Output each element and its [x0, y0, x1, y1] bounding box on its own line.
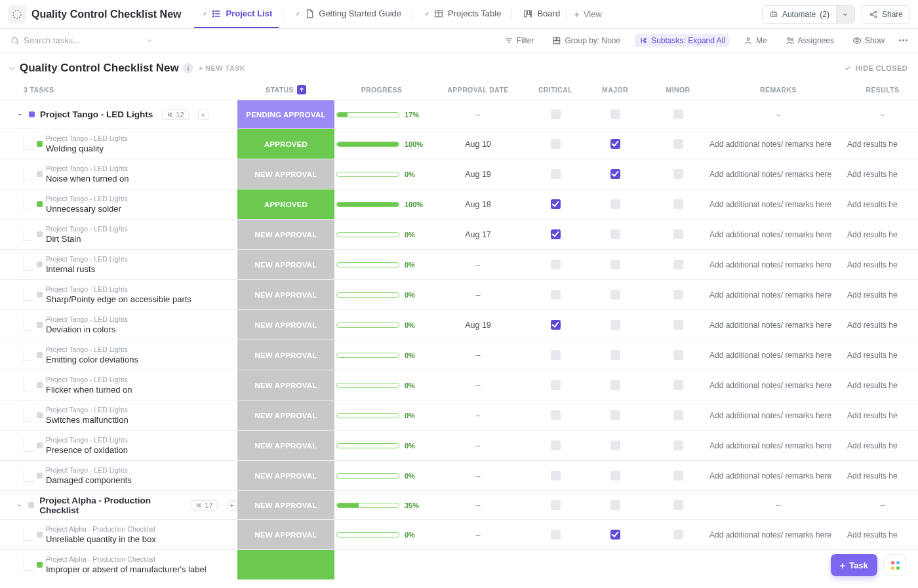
status-cell[interactable]: NEW APPROVAL	[237, 280, 334, 309]
checkbox[interactable]	[673, 350, 683, 360]
date-cell[interactable]: –	[429, 351, 527, 360]
checkbox[interactable]	[673, 109, 683, 119]
result-cell[interactable]: Add results he	[847, 381, 918, 390]
group-row[interactable]: Project Tango - LED Lights 12 + PENDING …	[0, 100, 918, 128]
th-status[interactable]: STATUS	[266, 86, 294, 94]
subtask-row[interactable]: Project Tango - LED Lights Flicker when …	[0, 370, 918, 400]
subtask-row[interactable]: Project Tango - LED Lights Switches malf…	[0, 400, 918, 430]
status-square[interactable]	[37, 262, 43, 267]
th-remarks[interactable]: REMARKS	[709, 86, 847, 94]
result-cell[interactable]: Add results he	[847, 471, 918, 480]
add-view-button[interactable]: + View	[567, 9, 609, 20]
checkbox[interactable]	[673, 229, 683, 239]
remark-cell[interactable]: Add additional notes/ remarks here	[709, 290, 847, 300]
sort-indicator-icon[interactable]	[297, 85, 306, 94]
status-square[interactable]	[37, 562, 43, 568]
filter-button[interactable]: Filter	[500, 34, 538, 47]
result-cell[interactable]: Add results he	[847, 411, 918, 420]
progress-cell[interactable]: 0%	[334, 231, 429, 239]
show-button[interactable]: Show	[848, 34, 888, 47]
status-square[interactable]	[37, 322, 43, 328]
workspace-logo[interactable]	[8, 5, 26, 24]
remark-cell[interactable]: Add additional notes/ remarks here	[709, 140, 847, 149]
progress-cell[interactable]: 0%	[334, 291, 429, 299]
result-cell[interactable]: –	[847, 501, 918, 510]
checkbox[interactable]	[673, 139, 683, 149]
checkbox[interactable]	[551, 290, 561, 300]
date-cell[interactable]: Aug 19	[429, 321, 527, 330]
subtask-row[interactable]: Project Tango - LED Lights Internal rust…	[0, 249, 918, 279]
remark-cell[interactable]: –	[709, 501, 847, 510]
checkbox[interactable]	[610, 441, 620, 450]
result-cell[interactable]: Add results he	[847, 140, 918, 149]
th-approval-date[interactable]: APPROVAL DATE	[429, 86, 527, 94]
status-square[interactable]	[29, 111, 35, 117]
status-square[interactable]	[28, 502, 34, 508]
th-critical[interactable]: CRITICAL	[527, 86, 584, 94]
date-cell[interactable]: Aug 19	[429, 170, 527, 179]
checkbox[interactable]	[673, 290, 683, 300]
remark-cell[interactable]: –	[709, 110, 847, 119]
status-square[interactable]	[37, 292, 43, 298]
more-icon[interactable]	[899, 39, 908, 41]
subtasks-button[interactable]: Subtasks: Expand All	[635, 34, 729, 47]
result-cell[interactable]: Add results he	[847, 530, 918, 539]
date-cell[interactable]: Aug 18	[429, 200, 527, 209]
progress-cell[interactable]: 100%	[334, 201, 429, 208]
subtask-count-chip[interactable]: 17	[191, 500, 217, 511]
apps-fab[interactable]	[884, 554, 906, 576]
tab-getting-started-guide[interactable]: Getting Started Guide	[287, 0, 408, 28]
subtask-row[interactable]: Project Tango - LED Lights Damaged compo…	[0, 460, 918, 490]
date-cell[interactable]: Aug 17	[429, 230, 527, 239]
date-cell[interactable]: –	[429, 411, 527, 420]
checkbox[interactable]	[610, 471, 620, 480]
checkbox[interactable]	[673, 410, 683, 420]
checkbox[interactable]	[551, 350, 561, 360]
status-cell[interactable]: NEW APPROVAL	[237, 340, 334, 370]
status-cell[interactable]: APPROVED	[237, 129, 334, 159]
status-cell[interactable]: NEW APPROVAL	[237, 250, 334, 279]
checkbox[interactable]	[610, 380, 620, 390]
checkbox[interactable]	[610, 500, 620, 510]
automate-button[interactable]: Automate (2)	[762, 5, 837, 24]
remark-cell[interactable]: Add additional notes/ remarks here	[709, 321, 847, 330]
th-major[interactable]: MAJOR	[584, 86, 647, 94]
hide-closed-button[interactable]: HIDE CLOSED	[844, 64, 908, 72]
checkbox[interactable]	[551, 229, 561, 239]
subtask-row[interactable]: Project Tango - LED Lights Unnecessary s…	[0, 189, 918, 219]
progress-cell[interactable]: 35%	[334, 501, 429, 509]
result-cell[interactable]: Add results he	[847, 230, 918, 239]
status-square[interactable]	[37, 473, 43, 479]
me-button[interactable]: Me	[740, 34, 771, 47]
remark-cell[interactable]: Add additional notes/ remarks here	[709, 411, 847, 420]
add-subtask-chip[interactable]: +	[198, 109, 209, 120]
progress-cell[interactable]: 0%	[334, 170, 429, 178]
share-button[interactable]: Share	[862, 5, 910, 24]
progress-cell[interactable]: 17%	[334, 111, 429, 119]
checkbox[interactable]	[551, 441, 561, 450]
progress-cell[interactable]: 0%	[334, 351, 429, 359]
new-task-fab[interactable]: + Task	[831, 554, 877, 576]
checkbox[interactable]	[551, 530, 561, 539]
status-cell[interactable]: NEW APPROVAL	[237, 520, 334, 549]
checkbox[interactable]	[551, 109, 561, 119]
result-cell[interactable]: –	[847, 110, 918, 119]
th-minor[interactable]: MINOR	[647, 86, 709, 94]
remark-cell[interactable]: Add additional notes/ remarks here	[709, 260, 847, 269]
chevron-down-icon[interactable]	[7, 63, 17, 73]
result-cell[interactable]: Add results he	[847, 290, 918, 300]
caret-down-icon[interactable]	[16, 111, 24, 119]
date-cell[interactable]: –	[429, 501, 527, 510]
status-cell[interactable]: NEW APPROVAL	[237, 401, 334, 430]
checkbox[interactable]	[673, 320, 683, 330]
subtask-row[interactable]: Project Tango - LED Lights Dirt Stain NE…	[0, 219, 918, 249]
progress-cell[interactable]: 0%	[334, 321, 429, 329]
subtask-row[interactable]: Project Alpha - Production Checklist Imp…	[0, 549, 918, 579]
result-cell[interactable]: Add results he	[847, 200, 918, 209]
checkbox[interactable]	[673, 260, 683, 269]
status-square[interactable]	[37, 231, 43, 237]
status-cell[interactable]: NEW APPROVAL	[237, 461, 334, 490]
checkbox[interactable]	[551, 320, 561, 330]
tab-project-list[interactable]: Project List	[194, 0, 279, 28]
date-cell[interactable]: –	[429, 471, 527, 480]
